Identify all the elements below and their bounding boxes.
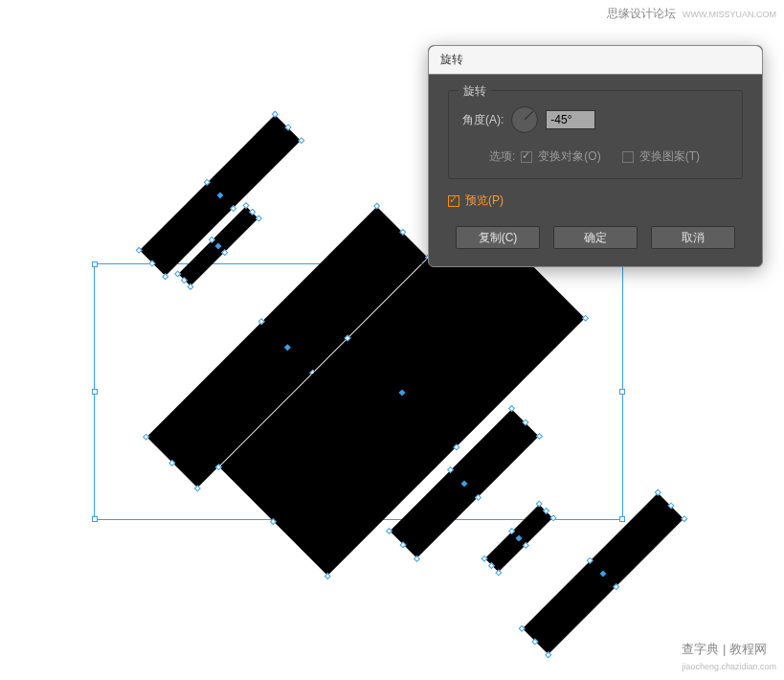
dialog-title: 旋转 [429,46,762,75]
transform-pattern-checkbox[interactable] [622,151,634,163]
ok-button[interactable]: 确定 [553,226,638,249]
options-label: 选项: [489,148,515,165]
transform-pattern-label: 变换图案(T) [639,148,700,165]
watermark-top: 思缘设计论坛 WWW.MISSYUAN.COM [607,6,776,22]
copy-button[interactable]: 复制(C) [456,226,540,249]
transform-object-checkbox[interactable] [521,151,532,163]
shape-bar-6[interactable] [485,505,553,573]
angle-input[interactable] [546,110,595,129]
rotate-dialog: 旋转 旋转 角度(A): 选项: 变换对象(O) 变换图案(T) 预览(P) 复… [428,45,763,267]
angle-dial[interactable] [511,106,538,133]
watermark-bottom: 查字典 | 教程网 jiaocheng.chazidian.com [682,641,776,672]
preview-checkbox[interactable] [448,195,459,207]
angle-label: 角度(A): [462,112,504,128]
group-label: 旋转 [459,83,491,100]
preview-label: 预览(P) [465,193,504,209]
transform-object-label: 变换对象(O) [538,148,600,165]
cancel-button[interactable]: 取消 [651,226,735,249]
rotate-group: 旋转 角度(A): 选项: 变换对象(O) 变换图案(T) [448,90,743,179]
